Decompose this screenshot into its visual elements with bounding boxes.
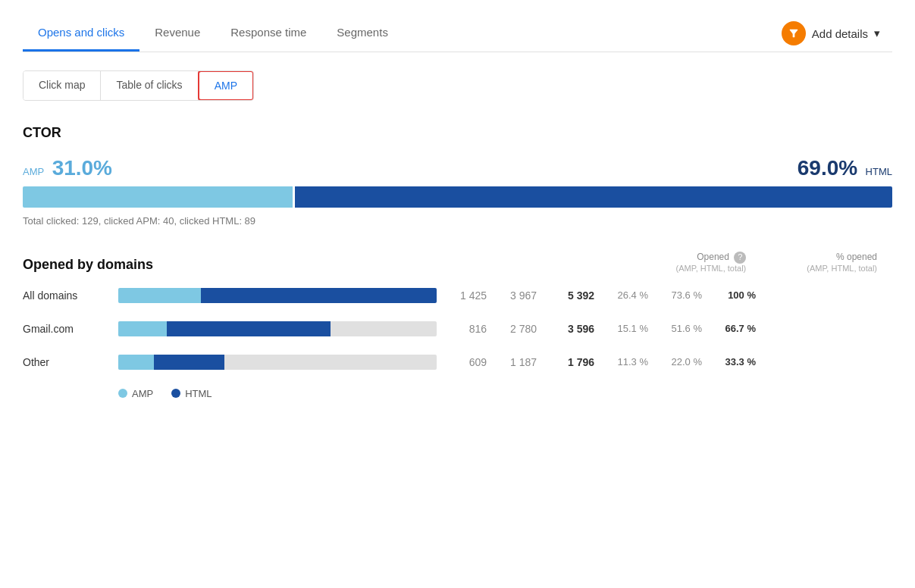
- ctor-bar-amp: [23, 186, 293, 208]
- legend-amp-dot: [118, 389, 127, 398]
- amp-label-text: AMP: [23, 166, 44, 177]
- domain-amp-count-1: 816: [449, 323, 487, 335]
- domain-row-2: Other 609 1 187 1 796 11.3 % 22.0 % 33.3…: [23, 355, 892, 370]
- ctor-section: CTOR AMP 31.0% 69.0% HTML Total clicked:…: [23, 125, 892, 227]
- ctor-progress-bar: [23, 186, 892, 208]
- domain-total-count-0: 5 392: [549, 289, 594, 302]
- domain-total-pct-1: 66.7 %: [714, 323, 756, 334]
- domain-bar-html-2: [154, 355, 224, 370]
- amp-ctor-label: AMP 31.0%: [23, 156, 112, 180]
- domain-total-pct-0: 100 %: [714, 289, 756, 301]
- opened-by-domains-section: Opened by domains Opened ? (AMP, HTML, t…: [23, 251, 892, 399]
- domain-html-pct-2: 22.0 %: [660, 356, 702, 368]
- domains-header: Opened by domains Opened ? (AMP, HTML, t…: [23, 251, 892, 273]
- tab-response-time[interactable]: Response time: [215, 15, 321, 52]
- chevron-down-icon: ▾: [874, 27, 880, 40]
- domain-bar-amp-2: [118, 355, 154, 370]
- domain-row-0: All domains 1 425 3 967 5 392 26.4 % 73.…: [23, 288, 892, 303]
- domain-bar-2: [118, 355, 437, 370]
- legend-html: HTML: [171, 388, 212, 399]
- col-opened-sub: (AMP, HTML, total): [676, 264, 747, 273]
- domain-bar-1: [118, 321, 437, 336]
- ctor-bar-html: [295, 186, 892, 208]
- domain-stats-2: 609 1 187 1 796 11.3 % 22.0 % 33.3 %: [449, 356, 756, 368]
- domain-bar-html-1: [167, 321, 331, 336]
- col-pct-sub: (AMP, HTML, total): [807, 264, 877, 273]
- ctor-labels: AMP 31.0% 69.0% HTML: [23, 156, 892, 180]
- domain-total-pct-2: 33.3 %: [714, 356, 756, 368]
- domain-bar-amp-0: [118, 288, 201, 303]
- domain-amp-count-0: 1 425: [449, 289, 487, 302]
- domain-total-count-2: 1 796: [549, 356, 594, 368]
- domain-html-count-2: 1 187: [499, 356, 537, 368]
- sub-tab-table-of-clicks[interactable]: Table of clicks: [101, 71, 198, 100]
- domain-name-1: Gmail.com: [23, 323, 106, 335]
- html-ctor-label: 69.0% HTML: [797, 156, 892, 180]
- domain-html-pct-0: 73.6 %: [660, 289, 702, 301]
- domain-rows-container: All domains 1 425 3 967 5 392 26.4 % 73.…: [23, 288, 892, 370]
- chart-legend: AMP HTML: [23, 388, 892, 399]
- domain-total-count-1: 3 596: [549, 323, 594, 335]
- html-percentage: 69.0%: [797, 156, 857, 180]
- nav-tabs: Opens and clicks Revenue Response time S…: [23, 15, 403, 52]
- domain-name-2: Other: [23, 356, 106, 368]
- domains-title: Opened by domains: [23, 257, 153, 273]
- filter-icon: [782, 21, 806, 45]
- domain-amp-pct-0: 26.4 %: [606, 289, 648, 301]
- domain-html-pct-1: 51.6 %: [660, 323, 702, 334]
- legend-amp: AMP: [118, 388, 153, 399]
- html-label-text: HTML: [866, 166, 892, 177]
- domain-html-count-0: 3 967: [499, 289, 537, 302]
- col-header-opened: Opened ? (AMP, HTML, total): [676, 251, 747, 273]
- sub-tab-click-map[interactable]: Click map: [24, 71, 101, 100]
- legend-amp-label: AMP: [132, 388, 153, 399]
- domain-bar-0: [118, 288, 437, 303]
- col-header-pct: % opened (AMP, HTML, total): [807, 251, 877, 273]
- sub-tab-bar: Click map Table of clicks AMP: [23, 70, 254, 101]
- domain-html-count-1: 2 780: [499, 323, 537, 335]
- tab-opens-clicks[interactable]: Opens and clicks: [23, 15, 139, 52]
- domain-bar-amp-1: [118, 321, 167, 336]
- legend-html-label: HTML: [185, 388, 212, 399]
- add-details-label: Add details: [812, 27, 868, 40]
- legend-html-dot: [171, 389, 180, 398]
- domain-name-0: All domains: [23, 289, 106, 302]
- ctor-total-text: Total clicked: 129, clicked APM: 40, cli…: [23, 215, 892, 227]
- help-icon[interactable]: ?: [734, 252, 746, 264]
- domain-amp-pct-2: 11.3 %: [606, 356, 648, 368]
- add-details-button[interactable]: Add details ▾: [769, 15, 892, 52]
- col-opened-label: Opened ?: [676, 251, 747, 264]
- col-pct-label: % opened: [807, 251, 877, 264]
- amp-percentage: 31.0%: [52, 156, 112, 180]
- domain-amp-pct-1: 15.1 %: [606, 323, 648, 334]
- top-navigation: Opens and clicks Revenue Response time S…: [23, 15, 892, 52]
- domain-amp-count-2: 609: [449, 356, 487, 368]
- tab-segments[interactable]: Segments: [321, 15, 403, 52]
- domain-stats-0: 1 425 3 967 5 392 26.4 % 73.6 % 100 %: [449, 289, 756, 302]
- tab-revenue[interactable]: Revenue: [139, 15, 215, 52]
- domain-stats-1: 816 2 780 3 596 15.1 % 51.6 % 66.7 %: [449, 323, 756, 335]
- domain-bar-html-0: [201, 288, 437, 303]
- sub-tab-amp[interactable]: AMP: [198, 70, 254, 101]
- domain-row-1: Gmail.com 816 2 780 3 596 15.1 % 51.6 % …: [23, 321, 892, 336]
- ctor-title: CTOR: [23, 125, 892, 141]
